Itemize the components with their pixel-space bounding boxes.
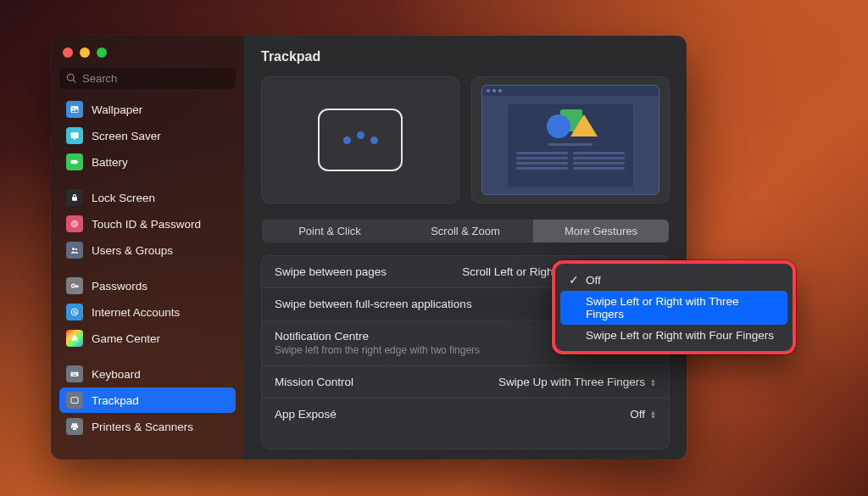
trackpad-preview	[261, 76, 459, 203]
page-title: Trackpad	[261, 49, 670, 64]
sidebar-item-game-center[interactable]: Game Center	[59, 326, 236, 351]
trackpad-icon	[66, 392, 83, 409]
screensaver-icon	[66, 127, 83, 144]
search-icon	[66, 73, 77, 84]
dropdown-item-label: Off	[586, 274, 601, 287]
svg-rect-5	[77, 161, 78, 163]
sidebar-item-passwords[interactable]: Passwords	[59, 273, 236, 298]
dropdown-item-off[interactable]: ✓Off	[560, 269, 787, 291]
close-window-button[interactable]	[63, 47, 73, 58]
updown-icon: ▲▼	[650, 410, 656, 419]
key-icon	[66, 277, 83, 294]
sidebar-item-screen-saver[interactable]: Screen Saver	[59, 123, 236, 148]
svg-rect-27	[72, 427, 76, 430]
setting-value-popup[interactable]: Off▲▼	[630, 408, 656, 421]
sidebar-item-label: Touch ID & Password	[92, 218, 201, 231]
check-icon: ✓	[569, 273, 579, 287]
preview-row	[261, 76, 670, 203]
sidebar-item-printers-scanners[interactable]: Printers & Scanners	[59, 414, 236, 439]
at-icon	[66, 304, 83, 320]
trackpad-outline-icon	[318, 109, 403, 171]
sidebar: Search WallpaperScreen SaverBatteryLock …	[51, 36, 244, 460]
sidebar-item-label: Passwords	[92, 280, 147, 293]
printer-icon	[66, 418, 83, 435]
sidebar-item-trackpad[interactable]: Trackpad	[59, 387, 236, 413]
svg-rect-24	[71, 398, 78, 404]
svg-rect-25	[72, 423, 77, 425]
search-input[interactable]: Search	[59, 68, 236, 89]
updown-icon: ▲▼	[650, 378, 656, 387]
battery-icon	[66, 153, 83, 170]
sidebar-item-label: Screen Saver	[92, 130, 161, 142]
svg-rect-18	[71, 372, 79, 376]
setting-value-text: Swipe Up with Three Fingers	[498, 376, 645, 388]
touchid-icon	[66, 215, 83, 232]
lock-icon	[66, 189, 83, 206]
sidebar-item-battery[interactable]: Battery	[59, 149, 236, 175]
sidebar-item-label: Users & Groups	[92, 244, 173, 257]
keyboard-icon	[66, 365, 83, 382]
svg-rect-21	[75, 373, 75, 374]
sidebar-item-label: Keyboard	[92, 368, 141, 381]
swipe-fullscreen-dropdown[interactable]: ✓OffSwipe Left or Right with Three Finge…	[554, 263, 793, 352]
svg-rect-22	[75, 373, 76, 374]
minimize-window-button[interactable]	[80, 47, 90, 58]
setting-label: App Exposé	[275, 408, 337, 421]
sidebar-item-label: Printers & Scanners	[92, 421, 193, 433]
svg-point-10	[72, 248, 75, 250]
svg-rect-20	[73, 373, 74, 374]
sidebar-item-label: Wallpaper	[92, 103, 142, 116]
svg-rect-2	[71, 132, 79, 138]
dropdown-item-swipe-left-or-right-with-four-fingers[interactable]: Swipe Left or Right with Four Fingers	[560, 325, 787, 346]
sidebar-item-internet-accounts[interactable]: Internet Accounts	[59, 299, 236, 325]
setting-label: Swipe between pages	[275, 265, 387, 278]
tab-more-gestures[interactable]: More Gestures	[533, 220, 669, 242]
svg-point-1	[73, 108, 75, 109]
sidebar-item-keyboard[interactable]: Keyboard	[59, 361, 236, 387]
svg-rect-3	[74, 138, 76, 139]
svg-point-9	[74, 223, 75, 225]
svg-point-11	[75, 248, 77, 250]
gamecenter-icon	[66, 330, 83, 347]
svg-rect-6	[72, 197, 77, 201]
sidebar-list: WallpaperScreen SaverBatteryLock ScreenT…	[59, 96, 236, 451]
svg-point-13	[71, 309, 78, 315]
tab-point-click[interactable]: Point & Click	[262, 220, 398, 242]
sidebar-item-label: Trackpad	[92, 394, 139, 407]
setting-row-app-expos-: App ExposéOff▲▼	[262, 398, 669, 430]
svg-point-12	[72, 284, 75, 287]
sidebar-item-label: Lock Screen	[92, 192, 155, 204]
setting-sublabel: Swipe left from the right edge with two …	[275, 344, 480, 356]
svg-rect-23	[73, 375, 77, 376]
sidebar-item-wallpaper[interactable]: Wallpaper	[59, 97, 236, 122]
sidebar-item-lock-screen[interactable]: Lock Screen	[59, 185, 236, 210]
sidebar-item-label: Internet Accounts	[92, 306, 180, 319]
setting-label: Notification Centre	[275, 330, 480, 343]
sidebar-item-label: Game Center	[92, 332, 160, 345]
setting-label: Mission Control	[275, 376, 353, 388]
gesture-demo-preview	[471, 76, 670, 203]
tab-scroll-zoom[interactable]: Scroll & Zoom	[398, 220, 533, 242]
wallpaper-icon	[66, 101, 83, 118]
dropdown-item-label: Swipe Left or Right with Four Fingers	[586, 329, 774, 342]
setting-label: Swipe between full-screen applications	[275, 298, 472, 310]
setting-row-mission-control: Mission ControlSwipe Up with Three Finge…	[262, 366, 669, 398]
search-placeholder: Search	[82, 72, 117, 85]
sidebar-item-users-groups[interactable]: Users & Groups	[59, 237, 236, 263]
system-settings-window: Search WallpaperScreen SaverBatteryLock …	[51, 36, 687, 460]
sidebar-item-touch-id-password[interactable]: Touch ID & Password	[59, 211, 236, 237]
setting-value-popup[interactable]: Swipe Up with Three Fingers▲▼	[498, 376, 656, 388]
svg-rect-4	[71, 160, 78, 164]
setting-value-text: Off	[630, 408, 645, 421]
svg-rect-19	[72, 373, 73, 374]
users-icon	[66, 242, 83, 259]
sidebar-item-label: Battery	[92, 156, 128, 169]
dropdown-item-swipe-left-or-right-with-three-fingers[interactable]: Swipe Left or Right with Three Fingers	[560, 291, 787, 325]
tab-bar: Point & ClickScroll & ZoomMore Gestures	[261, 219, 670, 243]
fullscreen-window-button[interactable]	[97, 47, 107, 58]
svg-point-17	[73, 335, 77, 339]
dropdown-item-label: Swipe Left or Right with Three Fingers	[586, 295, 779, 320]
main-panel: Trackpad	[244, 36, 687, 460]
window-controls	[59, 46, 236, 68]
